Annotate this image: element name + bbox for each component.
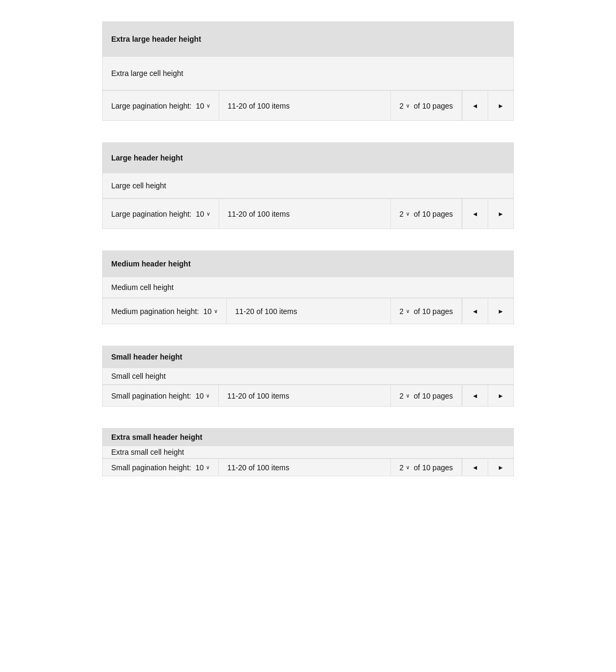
table-container-extra-small: Extra small header height Extra small ce… bbox=[102, 428, 514, 476]
pagination-items-extra-small: 11-20 of 100 items bbox=[219, 459, 391, 476]
pagination-page-value-extra-small: 2 bbox=[399, 463, 404, 472]
pagination-items-text-medium: 11-20 of 100 items bbox=[235, 307, 297, 316]
next-arrow-icon-extra-large: ► bbox=[498, 102, 504, 110]
pagination-size-select-small[interactable]: 10 ∨ bbox=[195, 392, 210, 400]
pagination-size-value-medium: 10 bbox=[203, 307, 212, 316]
pagination-size-select-medium[interactable]: 10 ∨ bbox=[203, 307, 218, 316]
table-container-small: Small header height Small cell height Sm… bbox=[102, 346, 514, 407]
pagination-items-text-small: 11-20 of 100 items bbox=[227, 392, 289, 400]
pagination-row-extra-small: Small pagination height: 10 ∨ 11-20 of 1… bbox=[103, 459, 513, 476]
pagination-label-extra-large: Large pagination height: bbox=[111, 102, 191, 110]
pagination-items-medium: 11-20 of 100 items bbox=[227, 299, 391, 324]
pagination-page-value-small: 2 bbox=[399, 392, 404, 400]
pagination-next-btn-small[interactable]: ► bbox=[488, 385, 513, 406]
chevron-down-page-icon-medium: ∨ bbox=[406, 308, 410, 314]
pagination-items-small: 11-20 of 100 items bbox=[219, 385, 391, 406]
pagination-page-value-medium: 2 bbox=[399, 307, 404, 316]
prev-arrow-icon-medium: ◄ bbox=[472, 308, 479, 315]
pagination-items-large: 11-20 of 100 items bbox=[219, 199, 391, 228]
pagination-prev-btn-extra-small[interactable]: ◄ bbox=[462, 459, 488, 476]
table-cell-text-large: Large cell height bbox=[111, 181, 166, 190]
pagination-prev-btn-medium[interactable]: ◄ bbox=[462, 299, 488, 324]
table-header-extra-large: Extra large header height bbox=[103, 22, 513, 56]
table-cell-extra-large: Extra large cell height bbox=[103, 56, 513, 90]
table-cell-text-extra-small: Extra small cell height bbox=[111, 448, 184, 456]
pagination-page-extra-large: 2 ∨ of 10 pages bbox=[391, 91, 462, 120]
pagination-prev-btn-extra-large[interactable]: ◄ bbox=[462, 91, 488, 120]
pagination-next-btn-extra-small[interactable]: ► bbox=[488, 459, 513, 476]
pagination-next-btn-extra-large[interactable]: ► bbox=[488, 91, 513, 120]
pagination-row-medium: Medium pagination height: 10 ∨ 11-20 of … bbox=[103, 298, 513, 324]
pagination-row-small: Small pagination height: 10 ∨ 11-20 of 1… bbox=[103, 385, 513, 406]
pagination-items-text-extra-small: 11-20 of 100 items bbox=[227, 463, 289, 472]
pagination-left-large: Large pagination height: 10 ∨ bbox=[103, 199, 219, 228]
pagination-left-extra-small: Small pagination height: 10 ∨ bbox=[103, 459, 219, 476]
table-header-medium: Medium header height bbox=[103, 251, 513, 277]
table-section-large: Large header height Large cell height La… bbox=[102, 142, 514, 229]
pagination-items-extra-large: 11-20 of 100 items bbox=[219, 91, 391, 120]
pagination-page-value-extra-large: 2 bbox=[399, 102, 404, 110]
pagination-prev-btn-small[interactable]: ◄ bbox=[462, 385, 488, 406]
table-header-text-large: Large header height bbox=[111, 154, 183, 162]
table-cell-small: Small cell height bbox=[103, 368, 513, 385]
chevron-down-page-icon-large: ∨ bbox=[406, 211, 410, 217]
pagination-page-select-large[interactable]: 2 ∨ bbox=[399, 210, 410, 218]
pagination-left-extra-large: Large pagination height: 10 ∨ bbox=[103, 91, 219, 120]
pagination-size-select-extra-large[interactable]: 10 ∨ bbox=[196, 102, 210, 110]
chevron-down-page-icon-small: ∨ bbox=[406, 393, 410, 399]
pagination-left-medium: Medium pagination height: 10 ∨ bbox=[103, 299, 227, 324]
chevron-down-icon-medium: ∨ bbox=[214, 308, 218, 314]
pagination-prev-btn-large[interactable]: ◄ bbox=[462, 199, 488, 228]
table-header-large: Large header height bbox=[103, 143, 513, 173]
next-arrow-icon-medium: ► bbox=[498, 308, 504, 315]
prev-arrow-icon-extra-large: ◄ bbox=[472, 102, 479, 110]
table-header-text-small: Small header height bbox=[111, 353, 182, 361]
pagination-label-extra-small: Small pagination height: bbox=[111, 463, 191, 472]
table-section-medium: Medium header height Medium cell height … bbox=[102, 250, 514, 324]
pagination-total-pages-extra-small: of 10 pages bbox=[414, 463, 453, 472]
pagination-page-select-medium[interactable]: 2 ∨ bbox=[399, 307, 410, 316]
table-cell-medium: Medium cell height bbox=[103, 277, 513, 298]
prev-arrow-icon-small: ◄ bbox=[472, 392, 479, 400]
pagination-page-select-extra-large[interactable]: 2 ∨ bbox=[399, 102, 410, 110]
pagination-total-pages-medium: of 10 pages bbox=[414, 307, 453, 316]
pagination-right-extra-large: 2 ∨ of 10 pages ◄ ► bbox=[391, 91, 513, 120]
pagination-next-btn-medium[interactable]: ► bbox=[488, 299, 513, 324]
next-arrow-icon-extra-small: ► bbox=[498, 464, 504, 471]
table-header-small: Small header height bbox=[103, 346, 513, 368]
table-cell-text-extra-large: Extra large cell height bbox=[111, 69, 183, 78]
chevron-down-icon-large: ∨ bbox=[206, 211, 210, 217]
table-header-text-extra-large: Extra large header height bbox=[111, 35, 201, 43]
pagination-page-select-small[interactable]: 2 ∨ bbox=[399, 392, 410, 400]
table-cell-extra-small: Extra small cell height bbox=[103, 446, 513, 459]
pagination-items-text-large: 11-20 of 100 items bbox=[228, 210, 290, 218]
pagination-size-select-large[interactable]: 10 ∨ bbox=[196, 210, 210, 218]
pagination-page-small: 2 ∨ of 10 pages bbox=[391, 385, 462, 406]
pagination-size-value-small: 10 bbox=[195, 392, 204, 400]
pagination-row-extra-large: Large pagination height: 10 ∨ 11-20 of 1… bbox=[103, 90, 513, 120]
pagination-page-extra-small: 2 ∨ of 10 pages bbox=[391, 459, 462, 476]
table-header-extra-small: Extra small header height bbox=[103, 429, 513, 446]
pagination-page-medium: 2 ∨ of 10 pages bbox=[391, 299, 462, 324]
pagination-label-large: Large pagination height: bbox=[111, 210, 191, 218]
pagination-size-select-extra-small[interactable]: 10 ∨ bbox=[195, 463, 210, 472]
table-container-extra-large: Extra large header height Extra large ce… bbox=[102, 21, 514, 121]
table-cell-text-medium: Medium cell height bbox=[111, 283, 174, 292]
chevron-down-page-icon-extra-large: ∨ bbox=[406, 103, 410, 109]
chevron-down-icon-small: ∨ bbox=[206, 393, 210, 399]
pagination-total-pages-large: of 10 pages bbox=[414, 210, 453, 218]
table-cell-large: Large cell height bbox=[103, 173, 513, 198]
table-container-medium: Medium header height Medium cell height … bbox=[102, 250, 514, 324]
pagination-items-text-extra-large: 11-20 of 100 items bbox=[228, 102, 290, 110]
pagination-page-select-extra-small[interactable]: 2 ∨ bbox=[399, 463, 410, 472]
pagination-row-large: Large pagination height: 10 ∨ 11-20 of 1… bbox=[103, 198, 513, 228]
pagination-total-pages-small: of 10 pages bbox=[414, 392, 453, 400]
table-cell-text-small: Small cell height bbox=[111, 372, 166, 380]
table-section-small: Small header height Small cell height Sm… bbox=[102, 346, 514, 407]
chevron-down-icon-extra-large: ∨ bbox=[206, 103, 210, 109]
table-section-extra-small: Extra small header height Extra small ce… bbox=[102, 428, 514, 476]
pagination-label-small: Small pagination height: bbox=[111, 392, 191, 400]
pagination-next-btn-large[interactable]: ► bbox=[488, 199, 513, 228]
pagination-page-large: 2 ∨ of 10 pages bbox=[391, 199, 462, 228]
pagination-size-value-large: 10 bbox=[196, 210, 204, 218]
